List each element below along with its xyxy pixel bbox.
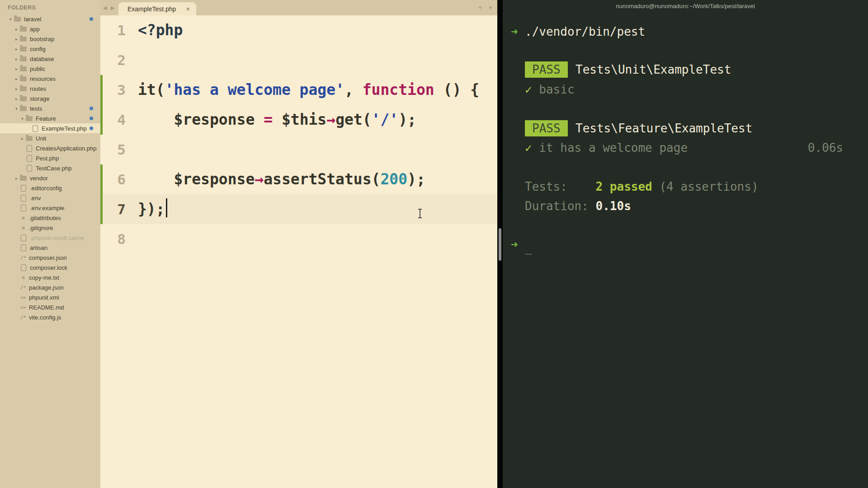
tree-item-vendor[interactable]: ▸vendor (0, 173, 100, 183)
folder-icon (20, 96, 27, 101)
check-icon: ✓ (525, 83, 532, 96)
file-icon (21, 205, 26, 211)
tree-item-bootstrap[interactable]: ▸bootstrap (0, 34, 100, 44)
disclosure-right-icon[interactable]: ▸ (13, 56, 20, 61)
editor-scrollbar-thumb[interactable] (499, 228, 501, 261)
tree-item-label: README.md (29, 304, 64, 311)
disclosure-right-icon[interactable]: ▸ (13, 37, 20, 42)
code-token: }); (138, 200, 165, 218)
terminal-prompt-row[interactable]: ➜_ (503, 236, 868, 253)
folder-icon (20, 66, 27, 71)
tree-item-readme-md[interactable]: <>README.md (0, 302, 100, 312)
code-line-2[interactable]: 2 (100, 45, 497, 75)
new-tab-icon[interactable]: + (478, 0, 482, 15)
assertions-count: (4 assertions) (652, 180, 759, 193)
folder-icon (20, 76, 27, 81)
terminal-window[interactable]: nunomaduro@nunomaduro:~/Work/Talks/pest/… (503, 0, 868, 488)
tree-item-gitignore[interactable]: ≡.gitignore (0, 223, 100, 233)
tree-item-editorconfig[interactable]: .editorconfig (0, 183, 100, 193)
mouse-ibeam-cursor (420, 209, 420, 218)
disclosure-down-icon[interactable]: ▾ (13, 106, 20, 111)
disclosure-right-icon[interactable]: ▸ (13, 27, 20, 32)
tree-item-copy-me-txt[interactable]: ≡copy-me.txt (0, 272, 100, 282)
tree-item-label: .phpunit.result.cache (30, 235, 84, 241)
code-line-6[interactable]: 6 $response→assertStatus(200); (100, 164, 497, 194)
folder-icon (20, 56, 27, 61)
tree-item-exampletest-php[interactable]: ExampleTest.php (0, 123, 100, 133)
nav-back-icon[interactable]: ◀ (103, 0, 107, 15)
code-line-4[interactable]: 4 $response = $this→get('/'); (100, 105, 497, 135)
folder-icon (20, 37, 27, 42)
tree-item-unit[interactable]: ▸Unit (0, 133, 100, 143)
tree-item-label: Unit (36, 135, 46, 142)
file-icon (33, 125, 38, 132)
disclosure-right-icon[interactable]: ▸ (13, 86, 20, 91)
tree-item-label: config (30, 46, 46, 52)
tree-item-composer-json[interactable]: /*composer.json (0, 253, 100, 263)
tree-item-gitattributes[interactable]: ≡.gitattributes (0, 213, 100, 223)
code-token: $response (138, 111, 264, 128)
tab-overflow-icon[interactable]: ▾ (489, 0, 492, 15)
file-icon (27, 145, 32, 152)
code-line-7[interactable]: 7}); (100, 194, 497, 224)
prompt-arrow-icon: ➜ (511, 236, 518, 253)
disclosure-right-icon[interactable]: ▸ (19, 136, 26, 141)
tree-item-routes[interactable]: ▸routes (0, 84, 100, 94)
disclosure-right-icon[interactable]: ▸ (13, 47, 20, 52)
pass-badge: PASS (525, 61, 568, 78)
file-comment-icon: /* (20, 314, 27, 320)
tree-item-laravel[interactable]: ▾laravel (0, 14, 100, 24)
sidebar: FOLDERS ▾laravel▸app▸bootstrap▸config▸da… (0, 0, 101, 488)
tree-item-label: storage (30, 95, 49, 102)
tree-item-phpunit-xml[interactable]: <>phpunit.xml (0, 292, 100, 302)
tab-close-icon[interactable]: × (186, 5, 190, 13)
tree-item-label: Pest.php (36, 155, 59, 162)
tab-exampletest[interactable]: ExampleTest.php × (118, 2, 196, 15)
code-token: it( (138, 81, 165, 99)
tree-item-feature[interactable]: ▾Feature (0, 113, 100, 123)
disclosure-right-icon[interactable]: ▸ (13, 76, 20, 81)
code-line-1[interactable]: 1<?php (100, 15, 497, 45)
tree-item-app[interactable]: ▸app (0, 24, 100, 34)
tree-item-composer-lock[interactable]: composer.lock (0, 263, 100, 272)
disclosure-down-icon[interactable]: ▾ (19, 116, 26, 121)
code-token: get( (335, 111, 371, 128)
tree-item-vite-config-js[interactable]: /*vite.config.js (0, 312, 100, 322)
tree-item-label: ExampleTest.php (42, 125, 87, 132)
disclosure-down-icon[interactable]: ▾ (7, 17, 14, 22)
tree-item-artisan[interactable]: artisan (0, 243, 100, 253)
tree-item-createsapplication-php[interactable]: CreatesApplication.php (0, 143, 100, 153)
disclosure-right-icon[interactable]: ▸ (13, 66, 20, 71)
code-line-5[interactable]: 5 (100, 135, 497, 164)
code-editor[interactable]: 1<?php23it('has a welcome page', functio… (100, 15, 497, 488)
disclosure-right-icon[interactable]: ▸ (13, 176, 20, 181)
tree-item-pest-php[interactable]: Pest.php (0, 153, 100, 163)
tree-item-storage[interactable]: ▸storage (0, 94, 100, 103)
diff-marker (100, 75, 103, 135)
tree-item-resources[interactable]: ▸resources (0, 74, 100, 84)
disclosure-right-icon[interactable]: ▸ (13, 96, 20, 101)
folder-icon (20, 106, 27, 111)
code-token: 'has a welcome page' (165, 81, 344, 99)
tree-item-config[interactable]: ▸config (0, 44, 100, 54)
tree-item-label: .env.example (30, 205, 64, 211)
file-icon (21, 195, 26, 202)
code-line-3[interactable]: 3it('has a welcome page', function () { (100, 75, 497, 105)
tree-item-database[interactable]: ▸database (0, 54, 100, 64)
tree-item-tests[interactable]: ▾tests (0, 103, 100, 113)
line-number: 5 (104, 135, 126, 164)
nav-forward-icon[interactable]: ▶ (111, 0, 114, 15)
code-token: → (326, 111, 335, 128)
tree-item-env-example[interactable]: .env.example (0, 203, 100, 213)
tree-item-label: .gitattributes (29, 215, 61, 221)
tree-item-public[interactable]: ▸public (0, 64, 100, 74)
folder-icon (26, 136, 33, 141)
test-suite-row: PASSTests\Unit\ExampleTest (503, 61, 868, 78)
test-case-row: ✓ it has a welcome page0.06s (503, 140, 868, 156)
tree-item-testcase-php[interactable]: TestCase.php (0, 163, 100, 173)
tree-item-phpunit-result-cache[interactable]: .phpunit.result.cache (0, 233, 100, 243)
tree-item-env[interactable]: .env (0, 193, 100, 203)
code-text: $response→assertStatus(200); (138, 164, 425, 194)
code-line-8[interactable]: 8 (100, 224, 497, 254)
tree-item-package-json[interactable]: /*package.json (0, 282, 100, 292)
